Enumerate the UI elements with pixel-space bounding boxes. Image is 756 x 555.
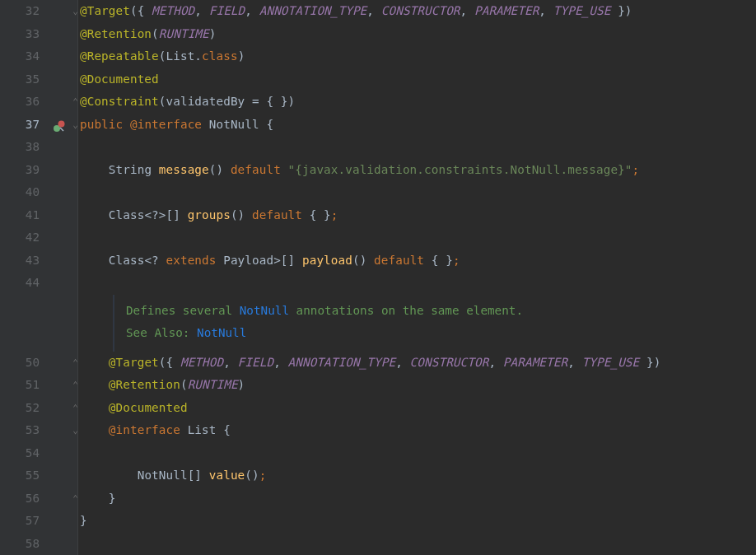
- javadoc-link[interactable]: NotNull: [197, 326, 246, 339]
- code-editor[interactable]: 32 33 34 35 36 37 38 39 40 41 42 43 44 5…: [0, 0, 756, 555]
- code-line[interactable]: }: [80, 487, 756, 511]
- code-line[interactable]: NotNull[] value();: [80, 464, 756, 487]
- line-number: [0, 295, 40, 352]
- line-number[interactable]: 53: [0, 419, 40, 442]
- line-number[interactable]: 35: [0, 68, 40, 91]
- line-number[interactable]: 51: [0, 374, 40, 397]
- code-line[interactable]: public @interface NotNull {: [80, 114, 756, 137]
- javadoc-line: Defines several NotNull annotations on t…: [126, 300, 756, 322]
- code-line[interactable]: @Retention(RUNTIME): [80, 374, 756, 397]
- line-number[interactable]: 42: [0, 226, 40, 250]
- line-number[interactable]: 34: [0, 45, 40, 68]
- code-line[interactable]: @Repeatable(List.class): [80, 45, 756, 68]
- implementations-marker-icon[interactable]: [53, 118, 66, 131]
- line-number[interactable]: 58: [0, 533, 40, 556]
- line-number[interactable]: 56: [0, 487, 40, 511]
- line-number[interactable]: 39: [0, 159, 40, 182]
- line-number[interactable]: 44: [0, 272, 40, 295]
- line-number[interactable]: 40: [0, 181, 40, 204]
- code-line[interactable]: [80, 226, 756, 250]
- gutter-marker-column: [46, 0, 76, 555]
- line-number[interactable]: 50: [0, 352, 40, 375]
- code-line[interactable]: [80, 442, 756, 465]
- rendered-javadoc[interactable]: Defines several NotNull annotations on t…: [113, 295, 756, 352]
- javadoc-line: See Also: NotNull: [126, 322, 756, 344]
- code-line[interactable]: [80, 181, 756, 204]
- line-number[interactable]: 33: [0, 23, 40, 46]
- code-line[interactable]: [80, 136, 756, 159]
- line-number[interactable]: 54: [0, 442, 40, 465]
- code-line[interactable]: @interface List {: [80, 419, 756, 442]
- line-number[interactable]: 41: [0, 204, 40, 227]
- line-number[interactable]: 52: [0, 397, 40, 420]
- svg-point-1: [58, 121, 65, 128]
- line-number[interactable]: 37: [0, 114, 40, 137]
- code-line[interactable]: [80, 272, 756, 295]
- code-line[interactable]: String message() default "{javax.validat…: [80, 159, 756, 182]
- code-line[interactable]: Class<? extends Payload>[] payload() def…: [80, 250, 756, 273]
- code-line[interactable]: [80, 533, 756, 556]
- code-line[interactable]: @Documented: [80, 68, 756, 91]
- line-number[interactable]: 43: [0, 250, 40, 273]
- code-area[interactable]: @Target({ METHOD, FIELD, ANNOTATION_TYPE…: [78, 0, 756, 555]
- line-number[interactable]: 55: [0, 464, 40, 487]
- javadoc-link[interactable]: NotNull: [240, 304, 289, 317]
- code-line[interactable]: @Documented: [80, 397, 756, 420]
- code-line[interactable]: @Retention(RUNTIME): [80, 23, 756, 46]
- code-line[interactable]: @Target({ METHOD, FIELD, ANNOTATION_TYPE…: [80, 0, 756, 23]
- line-number-gutter[interactable]: 32 33 34 35 36 37 38 39 40 41 42 43 44 5…: [0, 0, 46, 555]
- code-line[interactable]: @Constraint(validatedBy = { }): [80, 91, 756, 114]
- code-line[interactable]: Class<?>[] groups() default { };: [80, 204, 756, 227]
- annotation: @Target: [80, 4, 130, 17]
- line-number[interactable]: 38: [0, 136, 40, 159]
- code-line[interactable]: @Target({ METHOD, FIELD, ANNOTATION_TYPE…: [80, 352, 756, 375]
- code-line[interactable]: }: [80, 510, 756, 533]
- line-number[interactable]: 57: [0, 510, 40, 533]
- line-number[interactable]: 32: [0, 0, 40, 23]
- line-number[interactable]: 36: [0, 91, 40, 114]
